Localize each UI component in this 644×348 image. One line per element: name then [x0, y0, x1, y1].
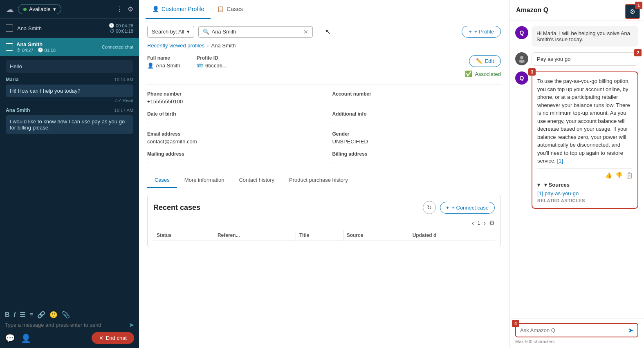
col-source: Source [343, 230, 409, 241]
active-chat-name: Ana Smith [16, 41, 56, 47]
prev-page-button[interactable]: ‹ [472, 219, 474, 227]
sources-toggle[interactable]: ▾ ▾ Sources [537, 182, 633, 188]
edit-profile-button[interactable]: ✏️ Edit [469, 55, 501, 67]
sidebar: ☁ Available ▾ ⋮ ⚙ Ana Smith 🕐 00:04:28 ⏱… [0, 0, 139, 348]
status-button[interactable]: Available ▾ [18, 4, 61, 14]
breadcrumb-link[interactable]: Recently viewed profiles [147, 42, 204, 49]
svg-point-0 [520, 56, 523, 59]
dob-label: Date of birth [147, 111, 316, 117]
person-icon: 👤 [147, 62, 154, 69]
ordered-list-icon[interactable]: ☰ [20, 311, 25, 319]
italic-icon[interactable]: I [14, 311, 16, 319]
emoji-icon[interactable]: 🙂 [49, 311, 58, 319]
billing-label: Billing address [332, 151, 501, 157]
cases-table: Status Referen... Title Source Updated d [153, 230, 495, 241]
refresh-cases-button[interactable]: ↻ [423, 201, 436, 214]
profile-actions: ✏️ Edit ✅ Associated [465, 55, 501, 78]
search-by-select[interactable]: Search by: All ▾ [147, 26, 194, 38]
mailing-field: Mailing address - [147, 151, 316, 165]
clock-icon: 🕐 [109, 23, 114, 28]
page-number: 1 [477, 220, 480, 226]
more-options-icon[interactable]: ⋮ [116, 5, 123, 13]
contact-times: 🕐 00:04:28 ⏱ 00:01:18 [109, 23, 133, 33]
attachment-icon[interactable]: 📎 [62, 311, 70, 319]
gender-field: Gender UNSPECIFIED [332, 131, 501, 145]
associated-badge: ✅ Associated [465, 70, 501, 78]
thumbs-down-button[interactable]: 👎 [615, 172, 622, 178]
settings-icon[interactable]: ⚙ [128, 5, 133, 13]
chat-input-row: ➤ [5, 321, 134, 329]
chat-toolbar: B I ☰ ≡ 🔗 🙂 📎 [5, 308, 134, 321]
active-chat-header: Ana Smith ⏱ 04:27 🕐 01:18 Connected chat [0, 38, 139, 56]
additional-field: Additional info - [332, 111, 501, 125]
bold-icon[interactable]: B [5, 311, 10, 319]
step-2-badge: 2 [634, 49, 642, 56]
active-contact-info: Ana Smith ⏱ 04:27 🕐 01:18 [16, 41, 56, 53]
check-circle-icon: ✅ [465, 70, 473, 78]
cases-actions: ↻ + + Connect case [423, 201, 495, 214]
col-updated: Updated d [409, 230, 495, 241]
chat-send-button[interactable]: ➤ [129, 321, 134, 329]
unordered-list-icon[interactable]: ≡ [29, 311, 33, 319]
cases-section: Recent cases ↻ + + Connect case ‹ 1 › ⚙ [147, 195, 501, 247]
clear-search-icon[interactable]: ✕ [303, 29, 308, 35]
amazon-q-input[interactable] [520, 327, 626, 333]
profile-tab-more-info[interactable]: More information [177, 173, 232, 188]
breadcrumb-separator: › [207, 42, 209, 49]
profile-id-field: Profile ID 🪪 6bccd6... [197, 55, 227, 69]
sender-ana: Ana Smith [6, 107, 30, 113]
add-profile-button[interactable]: + + Profile [462, 26, 501, 38]
citation-link[interactable]: [1] [557, 158, 563, 164]
status-label: Available [29, 6, 51, 12]
tab-cases[interactable]: 📋 Cases [211, 0, 249, 19]
edit-label: Edit [485, 58, 494, 64]
cases-header: Recent cases ↻ + + Connect case [153, 201, 495, 214]
gear-icon-top-right: ⚙ [630, 8, 635, 16]
connect-case-button[interactable]: + + Connect case [440, 202, 495, 214]
thumbs-up-button[interactable]: 👍 [605, 172, 612, 178]
user-bubble[interactable]: Pay as you go [532, 52, 638, 66]
id-icon: 🪪 [197, 62, 203, 69]
contact-item-inactive[interactable]: Ana Smith 🕐 00:04:28 ⏱ 00:01:18 [0, 19, 139, 38]
msg-time-1: 10:14 AM [114, 77, 133, 82]
message-group-ana: Ana Smith 10:17 AM I would like to know … [6, 107, 133, 134]
settings-badge-button[interactable]: ⚙ 1 [625, 4, 640, 19]
step-4-badge: 4 [512, 320, 519, 327]
billing-value: - [332, 158, 501, 165]
account-field: Account number - [332, 91, 501, 105]
search-row: Search by: All ▾ 🔍 ✕ ↖ + + Profile [147, 26, 501, 38]
plus-icon: + [469, 29, 472, 35]
profile-tab-purchase-history[interactable]: Product purchase history [282, 173, 355, 188]
profile-details: Phone number +15555550100 Account number… [147, 91, 501, 165]
profile-tab-contact-history[interactable]: Contact history [231, 173, 282, 188]
copy-button[interactable]: 📋 [626, 172, 633, 178]
tab-customer-profile[interactable]: 👤 Customer Profile [146, 0, 211, 19]
full-name-text: Ana Smith [156, 62, 180, 69]
chat-icon-button[interactable]: 💬 [5, 333, 15, 343]
sources-section: ▾ ▾ Sources [1] pay-as-you-go RELATED AR… [537, 182, 633, 203]
user-avatar [515, 52, 528, 65]
account-label: Account number [332, 91, 501, 97]
dob-value: - [147, 118, 316, 125]
amazon-q-send-button[interactable]: ➤ [628, 326, 633, 334]
bot-response-container: To use the pay-as-you-go billing option,… [532, 71, 638, 209]
end-chat-button[interactable]: ✕ End chat [92, 332, 134, 344]
chat-input[interactable] [5, 322, 126, 328]
sidebar-header: ☁ Available ▾ ⋮ ⚙ [0, 0, 139, 19]
header-row: Status Referen... Title Source Updated d [153, 230, 495, 241]
connect-case-label: + Connect case [451, 205, 489, 211]
table-settings-button[interactable]: ⚙ [489, 219, 495, 227]
next-page-button[interactable]: › [484, 219, 486, 227]
dob-field: Date of birth - [147, 111, 316, 125]
contact-icon [6, 25, 13, 32]
source-link-1[interactable]: [1] pay-as-you-go [537, 190, 633, 196]
profile-tab-cases[interactable]: Cases [147, 173, 177, 188]
chat-messages: Hello Maria 10:14 AM Hi! How can I help … [0, 56, 139, 305]
search-input[interactable] [212, 29, 301, 35]
phone-label: Phone number [147, 91, 316, 97]
gender-value: UNSPECIFIED [332, 138, 501, 145]
link-icon[interactable]: 🔗 [37, 311, 45, 319]
chat-placeholder-hello[interactable]: Hello [6, 60, 133, 73]
x-icon: ✕ [99, 335, 103, 341]
profile-quick-icon[interactable]: 👤 [21, 333, 31, 343]
